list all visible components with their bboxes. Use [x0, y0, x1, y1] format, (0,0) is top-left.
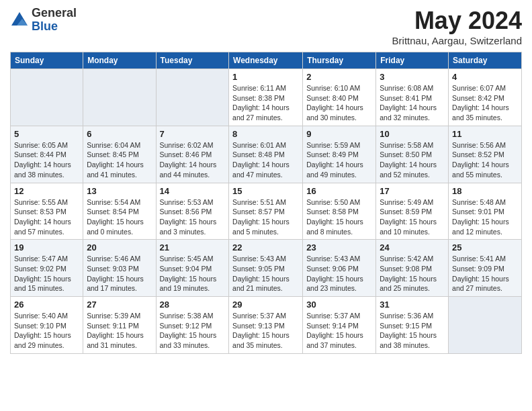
calendar-cell-w4-d7: 25Sunrise: 5:41 AM Sunset: 9:09 PM Dayli…	[449, 240, 522, 297]
day-number: 13	[87, 186, 152, 196]
calendar-cell-w3-d1: 12Sunrise: 5:55 AM Sunset: 8:53 PM Dayli…	[11, 183, 83, 240]
calendar-cell-w4-d6: 24Sunrise: 5:42 AM Sunset: 9:08 PM Dayli…	[376, 240, 449, 297]
week-row-1: 1Sunrise: 6:11 AM Sunset: 8:38 PM Daylig…	[11, 69, 522, 126]
week-row-5: 26Sunrise: 5:40 AM Sunset: 9:10 PM Dayli…	[11, 297, 522, 354]
calendar-cell-w3-d2: 13Sunrise: 5:54 AM Sunset: 8:54 PM Dayli…	[83, 183, 156, 240]
logo-text: General Blue	[32, 7, 77, 34]
day-info: Sunrise: 5:55 AM Sunset: 8:53 PM Dayligh…	[14, 197, 79, 237]
day-number: 17	[380, 186, 445, 196]
day-info: Sunrise: 5:43 AM Sunset: 9:06 PM Dayligh…	[306, 254, 372, 293]
calendar-cell-w2-d6: 10Sunrise: 5:58 AM Sunset: 8:50 PM Dayli…	[376, 126, 449, 183]
day-number: 16	[306, 186, 372, 196]
header-saturday: Saturday	[449, 52, 522, 69]
calendar-cell-w2-d3: 7Sunrise: 6:02 AM Sunset: 8:46 PM Daylig…	[156, 126, 229, 183]
calendar-cell-w5-d4: 29Sunrise: 5:37 AM Sunset: 9:13 PM Dayli…	[229, 297, 303, 354]
day-number: 19	[14, 242, 79, 253]
day-number: 31	[380, 300, 445, 310]
header-friday: Friday	[376, 52, 449, 69]
calendar-cell-w1-d4: 1Sunrise: 6:11 AM Sunset: 8:38 PM Daylig…	[229, 69, 303, 126]
logo: General Blue	[10, 7, 77, 34]
day-info: Sunrise: 5:38 AM Sunset: 9:12 PM Dayligh…	[160, 311, 226, 351]
day-number: 18	[452, 186, 518, 196]
calendar-cell-w5-d6: 31Sunrise: 5:36 AM Sunset: 9:15 PM Dayli…	[376, 297, 449, 354]
calendar-cell-w5-d1: 26Sunrise: 5:40 AM Sunset: 9:10 PM Dayli…	[11, 297, 83, 354]
calendar-cell-w4-d5: 23Sunrise: 5:43 AM Sunset: 9:06 PM Dayli…	[303, 240, 376, 297]
day-number: 20	[87, 242, 152, 253]
day-info: Sunrise: 5:53 AM Sunset: 8:56 PM Dayligh…	[160, 197, 226, 237]
weekday-header-row: Sunday Monday Tuesday Wednesday Thursday…	[11, 52, 522, 69]
day-info: Sunrise: 5:48 AM Sunset: 9:01 PM Dayligh…	[452, 197, 518, 237]
day-info: Sunrise: 5:59 AM Sunset: 8:49 PM Dayligh…	[306, 140, 372, 180]
calendar-cell-w2-d5: 9Sunrise: 5:59 AM Sunset: 8:49 PM Daylig…	[303, 126, 376, 183]
day-number: 10	[380, 129, 445, 139]
day-number: 9	[306, 129, 372, 139]
calendar-cell-w3-d7: 18Sunrise: 5:48 AM Sunset: 9:01 PM Dayli…	[449, 183, 522, 240]
day-info: Sunrise: 6:11 AM Sunset: 8:38 PM Dayligh…	[232, 83, 299, 123]
day-info: Sunrise: 6:07 AM Sunset: 8:42 PM Dayligh…	[452, 83, 518, 123]
header-tuesday: Tuesday	[156, 52, 229, 69]
day-number: 8	[232, 129, 299, 139]
day-info: Sunrise: 6:08 AM Sunset: 8:41 PM Dayligh…	[380, 83, 445, 123]
day-number: 14	[160, 186, 226, 196]
day-number: 22	[232, 242, 299, 253]
day-info: Sunrise: 5:42 AM Sunset: 9:08 PM Dayligh…	[380, 254, 445, 293]
calendar-cell-w5-d5: 30Sunrise: 5:37 AM Sunset: 9:14 PM Dayli…	[303, 297, 376, 354]
title-block: May 2024 Brittnau, Aargau, Switzerland	[392, 7, 522, 46]
header-thursday: Thursday	[303, 52, 376, 69]
day-info: Sunrise: 5:40 AM Sunset: 9:10 PM Dayligh…	[14, 311, 79, 351]
logo-icon	[10, 11, 29, 30]
day-info: Sunrise: 6:05 AM Sunset: 8:44 PM Dayligh…	[14, 140, 79, 180]
page: General Blue May 2024 Brittnau, Aargau, …	[0, 0, 532, 411]
calendar-cell-w2-d4: 8Sunrise: 6:01 AM Sunset: 8:48 PM Daylig…	[229, 126, 303, 183]
day-info: Sunrise: 5:37 AM Sunset: 9:14 PM Dayligh…	[306, 311, 372, 351]
day-number: 15	[232, 186, 299, 196]
calendar-cell-w3-d5: 16Sunrise: 5:50 AM Sunset: 8:58 PM Dayli…	[303, 183, 376, 240]
day-info: Sunrise: 5:47 AM Sunset: 9:02 PM Dayligh…	[14, 254, 79, 293]
day-info: Sunrise: 5:51 AM Sunset: 8:57 PM Dayligh…	[232, 197, 299, 237]
calendar-cell-w3-d6: 17Sunrise: 5:49 AM Sunset: 8:59 PM Dayli…	[376, 183, 449, 240]
day-number: 2	[306, 72, 372, 82]
day-info: Sunrise: 5:36 AM Sunset: 9:15 PM Dayligh…	[380, 311, 445, 351]
calendar-cell-w3-d4: 15Sunrise: 5:51 AM Sunset: 8:57 PM Dayli…	[229, 183, 303, 240]
day-number: 30	[306, 300, 372, 310]
calendar-cell-w5-d7	[449, 297, 522, 354]
day-info: Sunrise: 5:50 AM Sunset: 8:58 PM Dayligh…	[306, 197, 372, 237]
calendar-cell-w4-d1: 19Sunrise: 5:47 AM Sunset: 9:02 PM Dayli…	[11, 240, 83, 297]
day-info: Sunrise: 5:49 AM Sunset: 8:59 PM Dayligh…	[380, 197, 445, 237]
day-number: 27	[87, 300, 152, 310]
header-wednesday: Wednesday	[229, 52, 303, 69]
calendar-cell-w1-d1	[11, 69, 83, 126]
header: General Blue May 2024 Brittnau, Aargau, …	[10, 7, 522, 46]
day-number: 3	[380, 72, 445, 82]
day-info: Sunrise: 6:01 AM Sunset: 8:48 PM Dayligh…	[232, 140, 299, 180]
logo-blue: Blue	[32, 20, 77, 34]
calendar-cell-w4-d3: 21Sunrise: 5:45 AM Sunset: 9:04 PM Dayli…	[156, 240, 229, 297]
header-monday: Monday	[83, 52, 156, 69]
day-number: 21	[160, 242, 226, 253]
logo-general: General	[32, 7, 77, 20]
day-info: Sunrise: 6:02 AM Sunset: 8:46 PM Dayligh…	[160, 140, 226, 180]
day-number: 26	[14, 300, 79, 310]
day-info: Sunrise: 5:41 AM Sunset: 9:09 PM Dayligh…	[452, 254, 518, 293]
day-number: 23	[306, 242, 372, 253]
week-row-3: 12Sunrise: 5:55 AM Sunset: 8:53 PM Dayli…	[11, 183, 522, 240]
day-info: Sunrise: 5:45 AM Sunset: 9:04 PM Dayligh…	[160, 254, 226, 293]
day-info: Sunrise: 5:56 AM Sunset: 8:52 PM Dayligh…	[452, 140, 518, 180]
calendar-cell-w4-d4: 22Sunrise: 5:43 AM Sunset: 9:05 PM Dayli…	[229, 240, 303, 297]
day-info: Sunrise: 5:37 AM Sunset: 9:13 PM Dayligh…	[232, 311, 299, 351]
day-info: Sunrise: 5:46 AM Sunset: 9:03 PM Dayligh…	[87, 254, 152, 293]
header-sunday: Sunday	[11, 52, 83, 69]
day-number: 1	[232, 72, 299, 82]
day-number: 5	[14, 129, 79, 139]
calendar-cell-w1-d3	[156, 69, 229, 126]
day-info: Sunrise: 6:10 AM Sunset: 8:40 PM Dayligh…	[306, 83, 372, 123]
calendar-cell-w1-d6: 3Sunrise: 6:08 AM Sunset: 8:41 PM Daylig…	[376, 69, 449, 126]
day-info: Sunrise: 5:43 AM Sunset: 9:05 PM Dayligh…	[232, 254, 299, 293]
day-number: 12	[14, 186, 79, 196]
day-number: 6	[87, 129, 152, 139]
subtitle: Brittnau, Aargau, Switzerland	[392, 35, 522, 46]
day-number: 25	[452, 242, 518, 253]
week-row-2: 5Sunrise: 6:05 AM Sunset: 8:44 PM Daylig…	[11, 126, 522, 183]
day-number: 28	[160, 300, 226, 310]
week-row-4: 19Sunrise: 5:47 AM Sunset: 9:02 PM Dayli…	[11, 240, 522, 297]
